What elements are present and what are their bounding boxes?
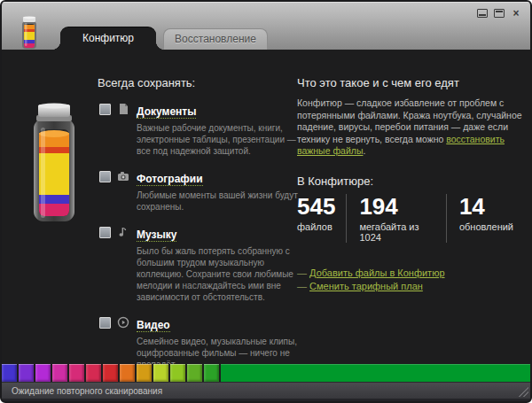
stripe-segment (35, 364, 51, 382)
tab-vosstanovlenie[interactable]: Восстановление (163, 28, 268, 50)
photos-checkbox[interactable] (99, 171, 111, 182)
video-checkbox[interactable] (99, 317, 111, 329)
jar-logo-icon (20, 16, 39, 50)
save-item-video: Видео Семейное видео, музыкальные клипы,… (98, 316, 288, 370)
dash-prefix: — (297, 267, 307, 278)
documents-link[interactable]: Документы (137, 105, 196, 119)
stat-updates: 14 обновлений (446, 194, 526, 243)
close-icon: × (512, 7, 519, 19)
always-save-section: Всегда сохранять: Документы Важные рабоч… (98, 76, 288, 384)
tab-konfitur[interactable]: Конфитюр (60, 27, 156, 50)
files-label: файлов (297, 221, 335, 232)
music-description: Было бы жаль потерять собранную с больши… (137, 245, 307, 303)
stripe-segment (170, 364, 185, 382)
photos-link[interactable]: Фотографии (137, 173, 203, 186)
stripe-green-bar (221, 364, 530, 382)
jar-illustration (26, 103, 82, 225)
stripe-segment (137, 364, 152, 382)
stat-megabytes: 194 мегабайта из 1024 (346, 194, 446, 243)
megabytes-label: мегабайта из 1024 (359, 221, 434, 243)
stripe-segment (86, 364, 101, 382)
video-play-icon (117, 316, 129, 329)
change-plan-link[interactable]: Сменить тарифный план (309, 281, 423, 291)
add-files-link[interactable]: Добавить файлы в Конфитюр (309, 267, 444, 278)
dash-prefix: — (297, 281, 307, 291)
updates-count: 14 (459, 194, 513, 219)
stat-files: 545 файлов (297, 194, 346, 243)
documents-description: Важные рабочие документы, книги, электро… (137, 122, 307, 157)
updates-label: обновлений (459, 221, 513, 232)
stripe-segment (187, 364, 202, 382)
resize-grip-icon[interactable] (516, 384, 528, 397)
document-icon (117, 103, 129, 115)
window-controls: × (477, 9, 521, 18)
stats-row: 545 файлов 194 мегабайта из 1024 14 обно… (297, 194, 526, 243)
music-checkbox[interactable] (99, 227, 111, 238)
action-links: — Добавить файлы в Конфитюр — Сменить та… (297, 267, 526, 293)
stats-heading: В Конфитюре: (297, 174, 526, 188)
window-bottom-edge (2, 399, 530, 401)
save-item-photos: Фотографии Любимые моменты вашей жизни б… (98, 170, 288, 213)
camera-icon (117, 170, 129, 182)
stripe-segment (153, 364, 168, 382)
save-item-documents: Документы Важные рабочие документы, книг… (98, 103, 288, 157)
music-note-icon (117, 226, 129, 238)
info-section: Что это такое и с чем его едят Конфитюр … (297, 76, 526, 293)
music-link[interactable]: Музыку (137, 229, 176, 242)
change-plan-line: — Сменить тарифный план (297, 280, 526, 293)
status-bar: Ожидание повторного сканирования (2, 382, 530, 399)
stripe-segment (69, 364, 84, 382)
files-count: 545 (297, 194, 335, 219)
color-stripe (2, 364, 530, 382)
app-window: Всегда сохранять: Документы Важные рабоч… (0, 0, 532, 403)
always-save-heading: Всегда сохранять: (98, 76, 288, 89)
save-item-music: Музыку Было бы жаль потерять собранную с… (98, 226, 288, 303)
info-heading: Что это такое и с чем его едят (297, 76, 526, 89)
photos-description: Любимые моменты вашей жизни будут сохран… (137, 190, 307, 213)
close-button[interactable]: × (511, 9, 521, 18)
minimize-icon (477, 9, 488, 18)
title-bar: × Конфитюр Восстановление (2, 2, 530, 50)
maximize-button[interactable] (494, 9, 505, 18)
minimize-button[interactable] (477, 9, 488, 18)
megabytes-count: 194 (359, 194, 434, 219)
intro-text-end: . (363, 145, 365, 156)
status-text: Ожидание повторного сканирования (12, 386, 162, 396)
stripe-segment (19, 364, 34, 382)
stripe-segment (2, 364, 17, 382)
stripe-segment (52, 364, 67, 382)
documents-checkbox[interactable] (99, 104, 111, 115)
stripe-segment (120, 364, 135, 382)
video-link[interactable]: Видео (137, 319, 170, 332)
stripe-segment (103, 364, 118, 382)
stripe-segment (204, 364, 219, 382)
intro-paragraph: Конфитюр — сладкое избавление от проблем… (297, 97, 526, 158)
maximize-icon (494, 9, 505, 18)
add-files-line: — Добавить файлы в Конфитюр (297, 267, 526, 280)
